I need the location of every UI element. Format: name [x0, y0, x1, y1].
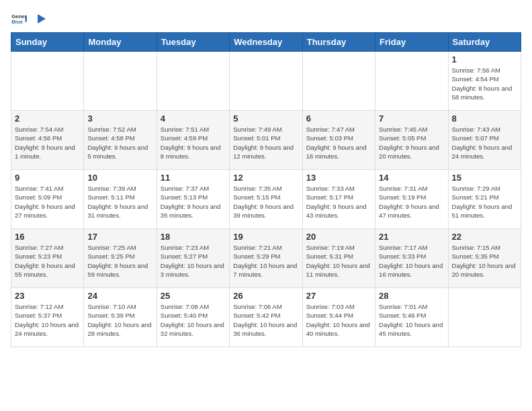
day-info: Sunrise: 7:12 AM Sunset: 5:37 PM Dayligh…: [15, 302, 80, 338]
logo: General Blue: [11, 11, 47, 27]
calendar-week-1: 1Sunrise: 7:56 AM Sunset: 4:54 PM Daylig…: [11, 52, 521, 111]
day-number: 8: [452, 113, 517, 124]
logo-arrow-icon: [32, 11, 47, 26]
calendar-cell: 7Sunrise: 7:45 AM Sunset: 5:05 PM Daylig…: [375, 111, 448, 170]
calendar-cell: 26Sunrise: 7:06 AM Sunset: 5:42 PM Dayli…: [230, 288, 302, 347]
day-number: 6: [306, 113, 371, 124]
calendar-cell: 13Sunrise: 7:33 AM Sunset: 5:17 PM Dayli…: [302, 170, 375, 229]
calendar-cell: 14Sunrise: 7:31 AM Sunset: 5:19 PM Dayli…: [375, 170, 448, 229]
day-info: Sunrise: 7:25 AM Sunset: 5:25 PM Dayligh…: [87, 243, 152, 279]
day-number: 27: [306, 291, 371, 301]
calendar-cell: 11Sunrise: 7:37 AM Sunset: 5:13 PM Dayli…: [157, 170, 229, 229]
calendar-cell: 4Sunrise: 7:51 AM Sunset: 4:59 PM Daylig…: [157, 111, 229, 170]
day-info: Sunrise: 7:41 AM Sunset: 5:09 PM Dayligh…: [15, 184, 80, 220]
day-number: 25: [161, 291, 226, 301]
day-number: 20: [306, 232, 371, 242]
svg-text:Blue: Blue: [11, 19, 24, 25]
day-info: Sunrise: 7:01 AM Sunset: 5:46 PM Dayligh…: [379, 302, 444, 338]
calendar-week-3: 9Sunrise: 7:41 AM Sunset: 5:09 PM Daylig…: [11, 170, 521, 229]
calendar-cell: [157, 52, 229, 111]
calendar-cell: 23Sunrise: 7:12 AM Sunset: 5:37 PM Dayli…: [11, 288, 84, 347]
col-header-wednesday: Wednesday: [230, 33, 302, 52]
calendar-cell: 10Sunrise: 7:39 AM Sunset: 5:11 PM Dayli…: [84, 170, 157, 229]
day-info: Sunrise: 7:19 AM Sunset: 5:31 PM Dayligh…: [306, 243, 371, 279]
day-number: 9: [15, 173, 80, 183]
day-number: 4: [161, 113, 226, 124]
day-info: Sunrise: 7:43 AM Sunset: 5:07 PM Dayligh…: [452, 125, 517, 161]
calendar-cell: 2Sunrise: 7:54 AM Sunset: 4:56 PM Daylig…: [11, 111, 84, 170]
day-info: Sunrise: 7:27 AM Sunset: 5:23 PM Dayligh…: [15, 243, 80, 279]
col-header-thursday: Thursday: [302, 33, 375, 52]
day-info: Sunrise: 7:23 AM Sunset: 5:27 PM Dayligh…: [161, 243, 226, 279]
day-info: Sunrise: 7:47 AM Sunset: 5:03 PM Dayligh…: [306, 125, 371, 161]
day-info: Sunrise: 7:39 AM Sunset: 5:11 PM Dayligh…: [87, 184, 152, 220]
day-number: 17: [87, 232, 152, 242]
day-info: Sunrise: 7:56 AM Sunset: 4:54 PM Dayligh…: [452, 66, 517, 101]
calendar-cell: 9Sunrise: 7:41 AM Sunset: 5:09 PM Daylig…: [11, 170, 84, 229]
day-info: Sunrise: 7:29 AM Sunset: 5:21 PM Dayligh…: [452, 184, 517, 220]
day-number: 23: [15, 291, 80, 301]
day-number: 13: [306, 173, 371, 183]
day-number: 19: [233, 232, 298, 242]
calendar-cell: [448, 288, 521, 347]
day-number: 18: [161, 232, 226, 242]
calendar-cell: 3Sunrise: 7:52 AM Sunset: 4:58 PM Daylig…: [84, 111, 157, 170]
calendar-header-row: SundayMondayTuesdayWednesdayThursdayFrid…: [11, 33, 521, 52]
day-number: 5: [233, 113, 298, 124]
day-number: 12: [233, 173, 298, 183]
day-number: 16: [15, 232, 80, 242]
day-number: 22: [452, 232, 517, 242]
calendar-cell: 5Sunrise: 7:49 AM Sunset: 5:01 PM Daylig…: [230, 111, 302, 170]
svg-marker-3: [38, 14, 46, 24]
day-number: 21: [379, 232, 444, 242]
day-info: Sunrise: 7:52 AM Sunset: 4:58 PM Dayligh…: [87, 125, 152, 161]
day-info: Sunrise: 7:54 AM Sunset: 4:56 PM Dayligh…: [15, 125, 80, 161]
day-number: 28: [379, 291, 444, 301]
calendar-cell: 22Sunrise: 7:15 AM Sunset: 5:35 PM Dayli…: [448, 229, 521, 288]
day-number: 7: [379, 113, 444, 124]
day-number: 3: [87, 113, 152, 124]
day-info: Sunrise: 7:10 AM Sunset: 5:39 PM Dayligh…: [87, 302, 152, 338]
calendar-cell: 8Sunrise: 7:43 AM Sunset: 5:07 PM Daylig…: [448, 111, 521, 170]
day-number: 15: [452, 173, 517, 183]
calendar-cell: 6Sunrise: 7:47 AM Sunset: 5:03 PM Daylig…: [302, 111, 375, 170]
col-header-monday: Monday: [84, 33, 157, 52]
day-number: 14: [379, 173, 444, 183]
svg-text:General: General: [11, 13, 27, 19]
col-header-tuesday: Tuesday: [157, 33, 229, 52]
day-info: Sunrise: 7:37 AM Sunset: 5:13 PM Dayligh…: [161, 184, 226, 220]
calendar-cell: [11, 52, 84, 111]
day-info: Sunrise: 7:17 AM Sunset: 5:33 PM Dayligh…: [379, 243, 444, 279]
day-number: 26: [233, 291, 298, 301]
calendar-cell: 15Sunrise: 7:29 AM Sunset: 5:21 PM Dayli…: [448, 170, 521, 229]
calendar-cell: 24Sunrise: 7:10 AM Sunset: 5:39 PM Dayli…: [84, 288, 157, 347]
calendar-cell: [230, 52, 302, 111]
day-info: Sunrise: 7:15 AM Sunset: 5:35 PM Dayligh…: [452, 243, 517, 279]
calendar-cell: 17Sunrise: 7:25 AM Sunset: 5:25 PM Dayli…: [84, 229, 157, 288]
calendar-cell: 25Sunrise: 7:08 AM Sunset: 5:40 PM Dayli…: [157, 288, 229, 347]
day-number: 10: [87, 173, 152, 183]
day-info: Sunrise: 7:08 AM Sunset: 5:40 PM Dayligh…: [161, 302, 226, 338]
calendar-cell: 20Sunrise: 7:19 AM Sunset: 5:31 PM Dayli…: [302, 229, 375, 288]
calendar-week-4: 16Sunrise: 7:27 AM Sunset: 5:23 PM Dayli…: [11, 229, 521, 288]
day-number: 24: [87, 291, 152, 301]
calendar-cell: 21Sunrise: 7:17 AM Sunset: 5:33 PM Dayli…: [375, 229, 448, 288]
col-header-saturday: Saturday: [448, 33, 521, 52]
calendar-cell: 16Sunrise: 7:27 AM Sunset: 5:23 PM Dayli…: [11, 229, 84, 288]
logo-icon: General Blue: [11, 11, 27, 27]
day-info: Sunrise: 7:33 AM Sunset: 5:17 PM Dayligh…: [306, 184, 371, 220]
day-number: 11: [161, 173, 226, 183]
day-number: 2: [15, 113, 80, 124]
calendar-cell: 19Sunrise: 7:21 AM Sunset: 5:29 PM Dayli…: [230, 229, 302, 288]
day-info: Sunrise: 7:45 AM Sunset: 5:05 PM Dayligh…: [379, 125, 444, 161]
calendar-week-2: 2Sunrise: 7:54 AM Sunset: 4:56 PM Daylig…: [11, 111, 521, 170]
calendar-cell: [84, 52, 157, 111]
calendar-table: SundayMondayTuesdayWednesdayThursdayFrid…: [11, 32, 521, 347]
day-number: 1: [452, 54, 517, 64]
day-info: Sunrise: 7:35 AM Sunset: 5:15 PM Dayligh…: [233, 184, 298, 220]
calendar-cell: 28Sunrise: 7:01 AM Sunset: 5:46 PM Dayli…: [375, 288, 448, 347]
page-header: General Blue: [11, 11, 521, 27]
day-info: Sunrise: 7:03 AM Sunset: 5:44 PM Dayligh…: [306, 302, 371, 338]
calendar-cell: [302, 52, 375, 111]
day-info: Sunrise: 7:31 AM Sunset: 5:19 PM Dayligh…: [379, 184, 444, 220]
